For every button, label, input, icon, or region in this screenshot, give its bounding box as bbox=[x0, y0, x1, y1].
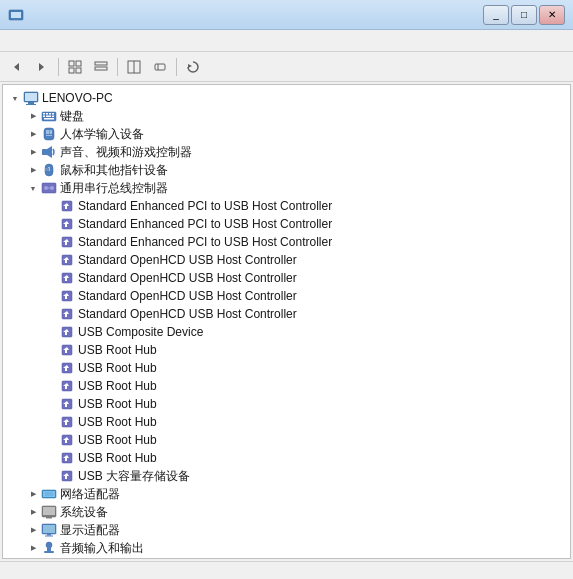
svg-rect-25 bbox=[43, 116, 45, 118]
refresh-button[interactable] bbox=[181, 56, 205, 78]
tree-item-usb1[interactable]: Standard Enhanced PCI to USB Host Contro… bbox=[3, 197, 570, 215]
back-icon bbox=[9, 60, 23, 74]
expand-icon-mouse[interactable] bbox=[25, 162, 41, 178]
item-label-usb5: Standard OpenHCD USB Host Controller bbox=[78, 271, 297, 285]
item-label-mouse: 鼠标和其他指针设备 bbox=[60, 162, 168, 179]
tree-item-hub6[interactable]: USB Root Hub bbox=[3, 431, 570, 449]
tree-item-usb3[interactable]: Standard Enhanced PCI to USB Host Contro… bbox=[3, 233, 570, 251]
expand-icon-audio[interactable] bbox=[25, 540, 41, 556]
tree-item-usb-comp[interactable]: USB Composite Device bbox=[3, 323, 570, 341]
expand-icon-hub3 bbox=[43, 378, 59, 394]
expand-icon-hub6 bbox=[43, 432, 59, 448]
item-label-usb-root: 通用串行总线控制器 bbox=[60, 180, 168, 197]
svg-rect-9 bbox=[95, 62, 107, 65]
view-icon-4 bbox=[153, 60, 167, 74]
tree-item-display[interactable]: 显示适配器 bbox=[3, 521, 570, 539]
svg-marker-4 bbox=[39, 63, 44, 71]
svg-rect-2 bbox=[13, 18, 19, 20]
minimize-button[interactable]: _ bbox=[483, 5, 509, 25]
usb-root-icon bbox=[41, 180, 57, 196]
menu-action[interactable] bbox=[20, 39, 36, 43]
svg-rect-84 bbox=[45, 536, 53, 537]
expand-icon-hid[interactable] bbox=[25, 126, 41, 142]
tree-item-root[interactable]: LENOVO-PC bbox=[3, 89, 570, 107]
item-label-keyboard: 键盘 bbox=[60, 108, 84, 125]
svg-rect-29 bbox=[44, 128, 54, 140]
display-icon bbox=[41, 522, 57, 538]
svg-rect-22 bbox=[46, 113, 48, 115]
mouse-icon bbox=[41, 162, 57, 178]
expand-icon-usb-root[interactable] bbox=[25, 180, 41, 196]
expand-icon-system[interactable] bbox=[25, 504, 41, 520]
separator-2 bbox=[117, 58, 118, 76]
tree-view[interactable]: LENOVO-PC 键盘 人体学输入设备 声音、视频和游戏控制器 鼠标和其他指针… bbox=[3, 85, 570, 558]
tree-item-hub7[interactable]: USB Root Hub bbox=[3, 449, 570, 467]
tree-item-hub4[interactable]: USB Root Hub bbox=[3, 395, 570, 413]
audio-icon bbox=[41, 540, 57, 556]
tree-item-usb2[interactable]: Standard Enhanced PCI to USB Host Contro… bbox=[3, 215, 570, 233]
usb-icon bbox=[59, 252, 75, 268]
tree-item-mouse[interactable]: 鼠标和其他指针设备 bbox=[3, 161, 570, 179]
tree-item-hid[interactable]: 人体学输入设备 bbox=[3, 125, 570, 143]
expand-icon-usb4 bbox=[43, 252, 59, 268]
tree-item-audio[interactable]: 音频输入和输出 bbox=[3, 539, 570, 557]
expand-icon bbox=[7, 90, 23, 106]
usb-icon bbox=[59, 324, 75, 340]
item-label-usb6: Standard OpenHCD USB Host Controller bbox=[78, 289, 297, 303]
item-label-hub6: USB Root Hub bbox=[78, 433, 157, 447]
expand-icon-keyboard[interactable] bbox=[25, 108, 41, 124]
svg-rect-8 bbox=[76, 68, 81, 73]
menu-bar bbox=[0, 30, 573, 52]
expand-icon-display[interactable] bbox=[25, 522, 41, 538]
tree-item-hub5[interactable]: USB Root Hub bbox=[3, 413, 570, 431]
back-button[interactable] bbox=[4, 56, 28, 78]
tree-item-network[interactable]: 网络适配器 bbox=[3, 485, 570, 503]
separator-1 bbox=[58, 58, 59, 76]
item-label-hub3: USB Root Hub bbox=[78, 379, 157, 393]
tree-item-sound[interactable]: 声音、视频和游戏控制器 bbox=[3, 143, 570, 161]
expand-icon-usb3 bbox=[43, 234, 59, 250]
tree-item-usb5[interactable]: Standard OpenHCD USB Host Controller bbox=[3, 269, 570, 287]
forward-button[interactable] bbox=[30, 56, 54, 78]
menu-help[interactable] bbox=[52, 39, 68, 43]
refresh-icon bbox=[186, 60, 200, 74]
tree-item-hub3[interactable]: USB Root Hub bbox=[3, 377, 570, 395]
svg-rect-21 bbox=[43, 113, 45, 115]
svg-rect-87 bbox=[44, 551, 54, 553]
view-btn-2[interactable] bbox=[89, 56, 113, 78]
network-icon bbox=[41, 486, 57, 502]
svg-rect-10 bbox=[95, 67, 107, 70]
view-btn-4[interactable] bbox=[148, 56, 172, 78]
view-btn-1[interactable] bbox=[63, 56, 87, 78]
expand-icon-usb6 bbox=[43, 288, 59, 304]
tree-item-hub1[interactable]: USB Root Hub bbox=[3, 341, 570, 359]
menu-view[interactable] bbox=[36, 39, 52, 43]
expand-icon-hub7 bbox=[43, 450, 59, 466]
expand-icon-hub1 bbox=[43, 342, 59, 358]
tree-item-system[interactable]: 系统设备 bbox=[3, 503, 570, 521]
item-label-hub2: USB Root Hub bbox=[78, 361, 157, 375]
expand-icon-sound[interactable] bbox=[25, 144, 41, 160]
hid-icon bbox=[41, 126, 57, 142]
menu-file[interactable] bbox=[4, 39, 20, 43]
item-label-usb1: Standard Enhanced PCI to USB Host Contro… bbox=[78, 199, 332, 213]
item-label-sound: 声音、视频和游戏控制器 bbox=[60, 144, 192, 161]
item-label-usb-comp: USB Composite Device bbox=[78, 325, 203, 339]
tree-item-usb7[interactable]: Standard OpenHCD USB Host Controller bbox=[3, 305, 570, 323]
tree-item-usb6[interactable]: Standard OpenHCD USB Host Controller bbox=[3, 287, 570, 305]
maximize-button[interactable]: □ bbox=[511, 5, 537, 25]
svg-rect-82 bbox=[43, 525, 55, 533]
view-btn-3[interactable] bbox=[122, 56, 146, 78]
svg-rect-75 bbox=[43, 491, 55, 497]
expand-icon-network[interactable] bbox=[25, 486, 41, 502]
tree-item-keyboard[interactable]: 键盘 bbox=[3, 107, 570, 125]
close-button[interactable]: ✕ bbox=[539, 5, 565, 25]
expand-icon-usb2 bbox=[43, 216, 59, 232]
svg-rect-19 bbox=[26, 104, 36, 105]
tree-item-usb-root[interactable]: 通用串行总线控制器 bbox=[3, 179, 570, 197]
tree-item-hub2[interactable]: USB Root Hub bbox=[3, 359, 570, 377]
usb-icon bbox=[59, 378, 75, 394]
tree-item-usb4[interactable]: Standard OpenHCD USB Host Controller bbox=[3, 251, 570, 269]
title-bar: _ □ ✕ bbox=[0, 0, 573, 30]
tree-item-usb-storage[interactable]: USB 大容量存储设备 bbox=[3, 467, 570, 485]
